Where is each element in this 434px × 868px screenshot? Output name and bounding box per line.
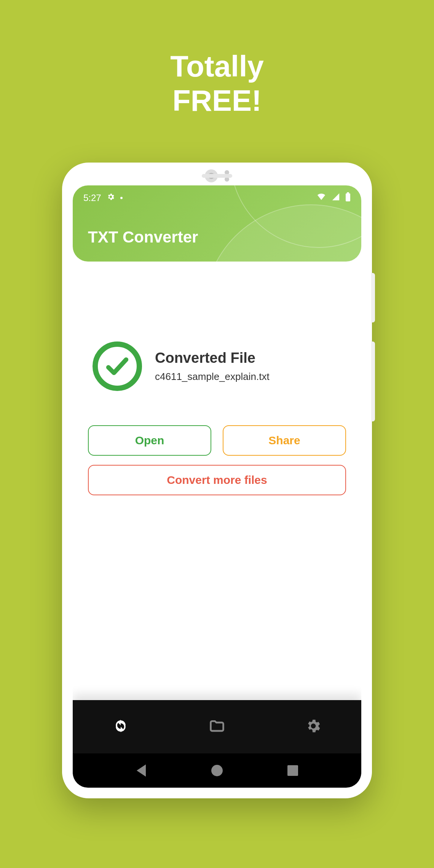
dot-icon <box>120 197 123 199</box>
checkmark-icon <box>93 341 142 391</box>
side-button <box>371 273 375 322</box>
convert-more-button[interactable]: Convert more files <box>88 465 346 495</box>
nav-recents[interactable] <box>266 765 319 776</box>
phone-hardware <box>62 169 372 182</box>
nav-back[interactable] <box>115 764 168 777</box>
result-row: Converted File c4611_sample_explain.txt <box>88 341 346 391</box>
nav-home[interactable] <box>190 765 244 776</box>
result-filename: c4611_sample_explain.txt <box>155 371 270 383</box>
open-button-label: Open <box>135 434 164 447</box>
result-heading: Converted File <box>155 350 270 366</box>
promo-line1: Totally <box>0 49 434 84</box>
refresh-tab[interactable] <box>112 718 129 735</box>
convert-more-label: Convert more files <box>167 474 267 487</box>
folder-icon <box>209 718 225 736</box>
main-content: Converted File c4611_sample_explain.txt … <box>73 262 361 700</box>
share-button[interactable]: Share <box>223 425 346 456</box>
phone-frame: 5:27 TXT <box>62 163 372 798</box>
svg-rect-1 <box>347 192 349 193</box>
share-button-label: Share <box>268 434 300 447</box>
system-nav <box>73 753 361 788</box>
wifi-icon <box>316 193 326 203</box>
refresh-icon <box>112 718 129 736</box>
files-tab[interactable] <box>209 718 225 735</box>
side-button <box>371 341 375 421</box>
app-header: 5:27 TXT <box>73 185 361 262</box>
square-recents-icon <box>287 765 298 776</box>
promo-line2: FREE! <box>0 84 434 118</box>
triangle-back-icon <box>137 764 146 777</box>
open-button[interactable]: Open <box>88 425 211 456</box>
promo-headline: Totally FREE! <box>0 49 434 118</box>
settings-tab[interactable] <box>305 718 322 735</box>
circle-home-icon <box>211 765 223 776</box>
result-text: Converted File c4611_sample_explain.txt <box>155 350 270 383</box>
status-bar: 5:27 <box>83 192 351 204</box>
gear-icon <box>305 718 322 736</box>
bottom-nav <box>73 700 361 753</box>
speaker-grille <box>202 174 232 178</box>
signal-icon <box>332 193 340 203</box>
battery-icon <box>345 192 351 204</box>
gear-icon <box>107 193 115 203</box>
screen: 5:27 TXT <box>73 185 361 788</box>
app-title: TXT Converter <box>88 228 198 246</box>
status-time: 5:27 <box>83 193 101 203</box>
svg-rect-0 <box>346 193 350 201</box>
